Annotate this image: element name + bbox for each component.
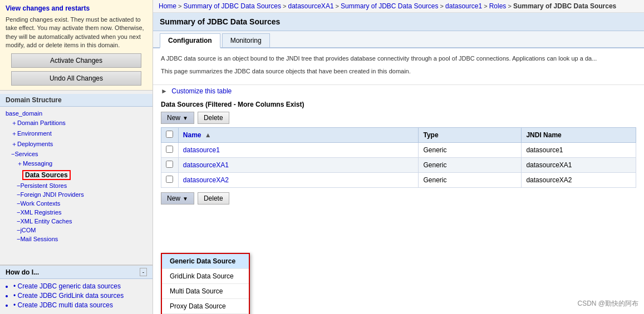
tree-item-work-contexts[interactable]: −Work Contexts	[0, 199, 153, 208]
page-header: Summary of JDBC Data Sources	[153, 13, 644, 31]
new-button-bottom[interactable]: New ▼	[161, 192, 194, 205]
breadcrumb-home[interactable]: Home	[159, 2, 176, 10]
watermark: CSDN @勤快的阿布	[577, 299, 638, 308]
toolbar-bottom: New ▼ Delete	[161, 192, 636, 205]
tree-item-jcom[interactable]: −jCOM	[0, 226, 153, 235]
new-button-top[interactable]: New ▼	[161, 112, 194, 124]
tree-item-xml-registries[interactable]: −XML Registries	[0, 208, 153, 217]
how-do-i-collapse-button[interactable]: -	[140, 268, 147, 276]
tree-item-environment[interactable]: ＋Environment	[0, 128, 153, 139]
toolbar-top: New ▼ Delete	[161, 112, 636, 124]
dropdown-item-gridlink[interactable]: GridLink Data Source	[162, 269, 249, 284]
tree-container: base_domain ＋Domain Partitions ＋Environm…	[0, 107, 153, 261]
tree-item-persistent-stores[interactable]: −Persistent Stores	[0, 181, 153, 190]
row1-checkbox[interactable]	[166, 146, 173, 153]
data-sources-table: Name ▲ Type JNDI Name datasource1 Generi…	[161, 127, 636, 188]
header-jndi: JNDI Name	[522, 128, 636, 143]
delete-button-top[interactable]: Delete	[198, 112, 229, 124]
row3-type: Generic	[419, 173, 522, 188]
row1-checkbox-cell	[161, 143, 179, 158]
delete-button-bottom[interactable]: Delete	[198, 192, 229, 205]
row1-name: datasource1	[178, 143, 419, 158]
dropdown-item-generic[interactable]: Generic Data Source	[162, 254, 249, 269]
table-row: datasourceXA2 Generic datasourceXA2	[161, 173, 636, 188]
row2-name-link[interactable]: datasourceXA1	[183, 161, 229, 169]
row3-name: datasourceXA2	[178, 173, 419, 188]
breadcrumb-roles[interactable]: Roles	[489, 2, 507, 10]
sidebar: View changes and restarts Pending change…	[0, 0, 153, 314]
dropdown-item-proxy[interactable]: Proxy Data Source	[162, 299, 249, 314]
tree-item-domain-partitions[interactable]: ＋Domain Partitions	[0, 118, 153, 128]
description-2: This page summarizes the JDBC data sourc…	[161, 67, 636, 76]
tab-configuration[interactable]: Configuration	[160, 33, 220, 48]
breadcrumb: Home > Summary of JDBC Data Sources > da…	[153, 0, 644, 13]
tree-item-data-sources[interactable]: Data Sources	[0, 169, 153, 181]
dropdown-item-multi[interactable]: Multi Data Source	[162, 284, 249, 299]
how-do-i-item-1[interactable]: • Create JDBC generic data sources	[13, 282, 147, 290]
breadcrumb-ds1[interactable]: datasource1	[445, 2, 482, 10]
undo-changes-button[interactable]: Undo All Changes	[11, 71, 141, 86]
alert-panel: View changes and restarts Pending change…	[0, 0, 153, 91]
how-do-i-header: How do I... -	[0, 266, 153, 279]
domain-structure-title: Domain Structure	[0, 94, 153, 107]
description-area: A JDBC data source is an object bound to…	[153, 48, 644, 85]
description-1: A JDBC data source is an object bound to…	[161, 54, 636, 63]
how-do-i-panel: How do I... - • Create JDBC generic data…	[0, 265, 153, 314]
how-do-i-list: • Create JDBC generic data sources • Cre…	[0, 279, 153, 314]
page-content: Summary of JDBC Data Sources Configurati…	[153, 13, 644, 314]
table-row: datasource1 Generic datasource1	[161, 143, 636, 158]
row3-checkbox-cell	[161, 173, 179, 188]
domain-structure-panel: Domain Structure base_domain ＋Domain Par…	[0, 91, 153, 265]
row3-name-link[interactable]: datasourceXA2	[183, 176, 229, 184]
customize-link-area: ► Customize this table	[153, 85, 644, 97]
tree-item-foreign-jndi[interactable]: −Foreign JNDI Providers	[0, 190, 153, 199]
activate-changes-button[interactable]: Activate Changes	[11, 53, 141, 68]
tabs-bar: Configuration Monitoring	[153, 31, 644, 48]
main-content: Home > Summary of JDBC Data Sources > da…	[153, 0, 644, 314]
customize-link[interactable]: ► Customize this table	[161, 87, 232, 95]
row1-jndi: datasource1	[522, 143, 636, 158]
new-dropdown-menu: Generic Data Source GridLink Data Source…	[161, 253, 250, 314]
tree-item-services[interactable]: −Services	[0, 149, 153, 158]
row2-type: Generic	[419, 158, 522, 173]
breadcrumb-current: Summary of JDBC Data Sources	[513, 2, 616, 10]
how-do-i-item-2[interactable]: • Create JDBC GridLink data sources	[13, 292, 147, 300]
table-row: datasourceXA1 Generic datasourceXA1	[161, 158, 636, 173]
row3-jndi: datasourceXA2	[522, 173, 636, 188]
tree-item-mail-sessions[interactable]: −Mail Sessions	[0, 235, 153, 243]
row2-checkbox-cell	[161, 158, 179, 173]
row1-type: Generic	[419, 143, 522, 158]
tree-item-xml-entity-caches[interactable]: −XML Entity Caches	[0, 217, 153, 226]
new-bottom-arrow: ▼	[183, 196, 188, 202]
header-type: Type	[419, 128, 522, 143]
table-section: Data Sources (Filtered - More Columns Ex…	[153, 97, 644, 216]
sort-arrow-name: ▲	[205, 131, 212, 139]
tree-item-messaging[interactable]: ＋Messaging	[0, 158, 153, 169]
page-title: Summary of JDBC Data Sources	[160, 17, 637, 26]
tree-list: base_domain ＋Domain Partitions ＋Environm…	[0, 107, 153, 246]
tree-item-deployments[interactable]: ＋Deployments	[0, 139, 153, 149]
how-do-i-item-3[interactable]: • Create JDBC multi data sources	[13, 301, 147, 309]
row2-name: datasourceXA1	[178, 158, 419, 173]
header-checkbox	[161, 128, 179, 143]
how-do-i-title: How do I...	[6, 268, 39, 276]
row2-checkbox[interactable]	[166, 161, 173, 168]
row3-checkbox[interactable]	[166, 176, 173, 183]
new-dropdown-arrow: ▼	[183, 115, 188, 121]
breadcrumb-summary1[interactable]: Summary of JDBC Data Sources	[184, 2, 281, 10]
row1-name-link[interactable]: datasource1	[183, 146, 220, 154]
breadcrumb-summary2[interactable]: Summary of JDBC Data Sources	[341, 2, 438, 10]
breadcrumb-xa1[interactable]: datasourceXA1	[288, 2, 334, 10]
header-name[interactable]: Name ▲	[178, 128, 419, 143]
table-title: Data Sources (Filtered - More Columns Ex…	[161, 101, 636, 108]
tree-item-base-domain[interactable]: base_domain	[0, 109, 153, 118]
select-all-checkbox[interactable]	[166, 131, 173, 138]
row2-jndi: datasourceXA1	[522, 158, 636, 173]
alert-title: View changes and restarts	[6, 4, 147, 12]
alert-body: Pending changes exist. They must be acti…	[6, 16, 147, 50]
tab-monitoring[interactable]: Monitoring	[222, 33, 270, 47]
